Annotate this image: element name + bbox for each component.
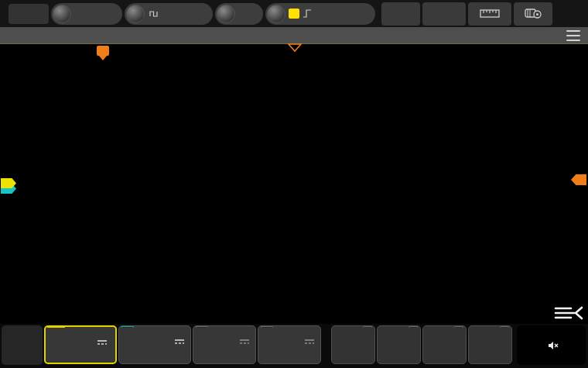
math-tile-1[interactable] [331,325,375,364]
math-tile-4[interactable] [468,325,512,364]
speaker-muted-icon [548,341,559,350]
dc-coupling-icon [304,338,315,345]
status-block[interactable] [517,325,586,365]
trigger-position-marker[interactable] [97,46,109,56]
channel-tile-ch4[interactable] [258,325,321,364]
math-tile-3[interactable] [422,325,467,364]
ch2-tab[interactable] [121,326,134,328]
ch3-tab[interactable] [196,326,208,328]
channel-tile-ch2[interactable] [118,325,191,364]
menu-collapse-icon[interactable] [551,304,585,322]
math2-tab[interactable] [409,326,418,328]
oscilloscope-screen [0,0,588,368]
dc-coupling-icon [239,338,250,345]
math-tile-2[interactable] [377,325,421,364]
channel-tile-ch3[interactable] [193,325,256,364]
math1-tab[interactable] [363,326,372,328]
math4-tab[interactable] [500,326,509,328]
ch1-tab[interactable] [47,326,65,328]
ch4-tab[interactable] [261,326,273,328]
horizontal-center-marker [287,43,303,53]
gear-icon [4,327,41,364]
channel-tile-ch1[interactable] [44,325,117,364]
waveform-display[interactable] [0,0,588,368]
math3-tab[interactable] [454,326,463,328]
bottom-bar [0,324,588,368]
settings-button[interactable] [2,325,43,365]
dc-coupling-icon [97,339,108,346]
dc-coupling-icon [174,338,185,345]
